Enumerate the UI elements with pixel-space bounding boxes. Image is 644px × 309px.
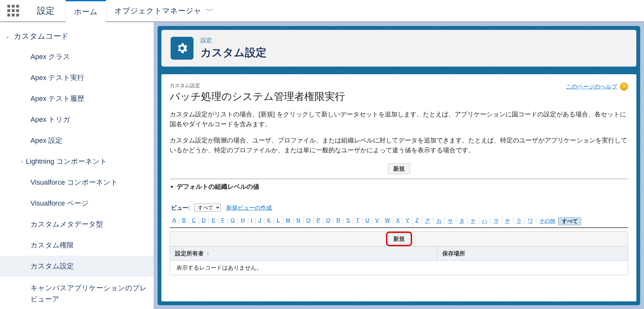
alpha-filter-G[interactable]: G [228,217,238,225]
alpha-filter-M[interactable]: M [283,217,294,225]
alpha-filter-カ[interactable]: カ [433,217,445,225]
alpha-filter-Y[interactable]: Y [403,217,412,225]
alpha-filter-サ[interactable]: サ [445,217,456,225]
alpha-filter-A[interactable]: A [170,217,179,225]
table-col-location-label: 保存場所 [442,250,465,257]
chevron-right-icon: › [21,159,23,164]
alpha-filter-L[interactable]: L [274,217,283,225]
body: ⌄ カスタムコード Apex クラス Apex テスト実行 Apex テスト履歴… [0,22,644,309]
description-1: カスタム設定がリストの場合、[新規] をクリックして新しいデータセットを追加しま… [170,109,628,129]
tree-item-label: Apex 設定 [31,136,62,145]
alpha-filter-V[interactable]: V [372,217,382,225]
section-title-label: デフォルトの組織レベルの値 [177,182,259,191]
alpha-filter-E[interactable]: E [209,217,218,225]
tree-item-vf-pages[interactable]: Visualforce ページ [0,193,153,214]
alpha-filter-D[interactable]: D [199,217,209,225]
title-help-row: カスタム設定 バッチ処理のシステム管理者権限実行 このページのヘルプ ? [170,82,628,109]
alpha-filter-O[interactable]: O [303,217,314,225]
alpha-filter-ハ[interactable]: ハ [479,217,491,225]
tree-item-label: キャンバスアプリケーションのプレビューア [31,282,147,305]
nav-tab-object-manager-label: オブジェクトマネージャ [114,6,201,16]
tree-item-label: Apex テスト履歴 [31,94,84,103]
main-inner: 設定 カスタム設定 カスタム設定 バッチ処理のシステム管理者権限実行 このページ… [158,26,640,305]
breadcrumb: カスタム設定 [170,82,566,89]
nav-tab-home-label: ホーム [74,7,98,17]
tree-item-canvas-app-previewer[interactable]: キャンバスアプリケーションのプレビューア [0,277,153,309]
tree-item-apex-test-exec[interactable]: Apex テスト実行 [0,67,153,88]
alpha-filter-K[interactable]: K [264,217,274,225]
tree-item-lightning-components[interactable]: › Lightning コンポーネント [0,151,153,172]
chevron-down-icon: ﹀ [206,6,214,16]
alpha-filter-J[interactable]: J [255,217,264,225]
alpha-filter-F[interactable]: F [219,217,228,225]
alpha-filter-X[interactable]: X [393,217,403,225]
setup-tree-sidebar[interactable]: ⌄ カスタムコード Apex クラス Apex テスト実行 Apex テスト履歴… [0,22,154,309]
new-button-table[interactable]: 新規 [388,233,410,244]
help-icon: ? [620,82,628,91]
alpha-filter-タ[interactable]: タ [456,217,468,225]
section-divider [170,179,628,179]
tree-item-label: カスタム設定 [31,261,74,271]
description-2: カスタム設定が階層の場合、ユーザ、プロファイル、または組織レベルに対してデータを… [170,135,628,155]
record-title: バッチ処理のシステム管理者権限実行 [170,90,566,104]
alpha-filter-I[interactable]: I [248,217,256,225]
chevron-down-icon: ⌄ [5,33,10,40]
section-header-default-org-values[interactable]: ▼ デフォルトの組織レベルの値 [170,182,628,191]
tree-group-header-custom-code[interactable]: ⌄ カスタムコード [0,26,153,46]
tree-item-vf-components[interactable]: Visualforce コンポーネント [0,172,153,193]
alpha-filter-R[interactable]: R [334,217,343,225]
tree-item-apex-test-history[interactable]: Apex テスト履歴 [0,88,153,109]
tree-item-apex-classes[interactable]: Apex クラス [0,46,153,67]
gear-icon [171,37,193,60]
tree-item-custom-permissions[interactable]: カスタム権限 [0,235,153,256]
alpha-filter-N[interactable]: N [294,217,303,225]
alpha-filter-bar: ABCDEFGHIJKLMNOPQRSTUVWXYZアカサタナハマヤラワその他す… [170,216,628,228]
table-empty-message: 表示するレコードはありません。 [170,261,628,275]
tree-item-label: Visualforce コンポーネント [31,178,118,187]
alpha-filter-U[interactable]: U [363,217,372,225]
view-select[interactable]: すべて [194,204,220,212]
alpha-filter-Q[interactable]: Q [323,217,334,225]
tree-item-apex-settings[interactable]: Apex 設定 [0,130,153,151]
page-help-link[interactable]: このページのヘルプ ? [566,82,628,91]
new-button-top[interactable]: 新規 [388,163,410,174]
app-launcher-button[interactable] [0,0,26,21]
table-header-row: 設定所有者 ↑ 保存場所 [170,247,628,261]
tree-item-label: カスタムメタデータ型 [31,220,103,229]
alpha-filter-B[interactable]: B [179,217,189,225]
tree-item-apex-triggers[interactable]: Apex トリガ [0,109,153,130]
content-card: カスタム設定 バッチ処理のシステム管理者権限実行 このページのヘルプ ? カスタ… [161,74,636,301]
list-table: 新規 設定所有者 ↑ 保存場所 表示するレコードはありません。 [170,231,628,275]
tree-item-custom-settings[interactable]: カスタム設定 [0,256,153,277]
alpha-filter-ワ[interactable]: ワ [525,217,536,225]
tree-item-label: Apex クラス [31,52,70,62]
tree-item-label: Lightning コンポーネント [26,157,107,166]
create-new-view-link[interactable]: 新規ビューの作成 [226,204,272,212]
alpha-filter-ア[interactable]: ア [422,217,433,225]
tree-group-custom-code: ⌄ カスタムコード Apex クラス Apex テスト実行 Apex テスト履歴… [0,26,153,309]
tree-item-custom-metadata-types[interactable]: カスタムメタデータ型 [0,214,153,235]
alpha-filter-H[interactable]: H [238,217,248,225]
table-body: 表示するレコードはありません。 [170,261,628,275]
alpha-filter-Z[interactable]: Z [412,217,422,225]
nav-tab-object-manager[interactable]: オブジェクトマネージャ ﹀ [106,0,222,21]
alpha-filter-ヤ[interactable]: ヤ [502,217,513,225]
alpha-filter-C[interactable]: C [189,217,199,225]
alpha-filter-マ[interactable]: マ [491,217,502,225]
app-name: 設定 [26,0,65,21]
alpha-filter-W[interactable]: W [382,217,393,225]
tree-item-label: Apex トリガ [31,115,70,124]
alpha-filter-T[interactable]: T [353,217,362,225]
alpha-filter-P[interactable]: P [314,217,323,225]
table-col-location[interactable]: 保存場所 [437,247,628,260]
alpha-filter-その他[interactable]: その他 [536,217,559,225]
waffle-icon [7,5,19,16]
page-title: カスタム設定 [200,45,267,60]
alpha-filter-ナ[interactable]: ナ [468,217,479,225]
alpha-filter-すべて[interactable]: すべて [559,217,581,225]
alpha-filter-ラ[interactable]: ラ [513,217,525,225]
alpha-filter-S[interactable]: S [343,217,353,225]
page-eyebrow: 設定 [200,36,267,44]
nav-tab-home[interactable]: ホーム [65,0,106,22]
table-col-owner[interactable]: 設定所有者 ↑ [170,247,437,260]
